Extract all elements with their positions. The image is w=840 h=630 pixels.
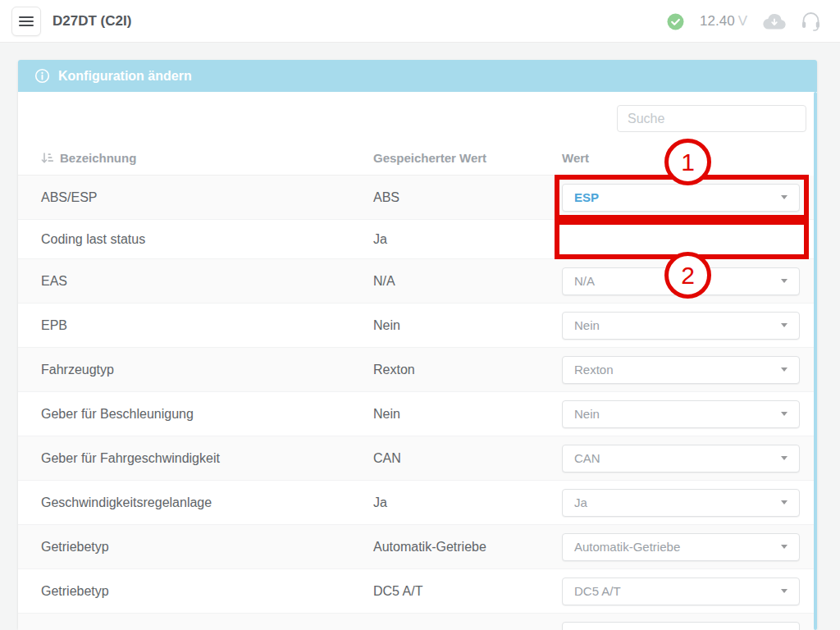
wert-dropdown[interactable]: CAN — [562, 445, 800, 472]
cell-bezeichnung: EPB — [41, 318, 373, 333]
menu-button[interactable] — [11, 7, 41, 36]
chevron-down-icon — [781, 412, 788, 416]
table-row: ABS/ESP ABS ESP — [18, 176, 817, 220]
table-header: Bezeichnung Gespeicherter Wert Wert — [18, 141, 809, 176]
cell-wert: Relais — [562, 622, 800, 630]
cell-bezeichnung: Geber für Fahrgeschwindigkeit — [41, 451, 373, 466]
panel-scrollbar[interactable] — [814, 92, 817, 630]
wert-dropdown[interactable]: Relais — [562, 622, 800, 630]
wert-dropdown[interactable]: Automatik-Getriebe — [562, 533, 800, 561]
cell-wert: Nein — [562, 400, 800, 428]
page-title: D27DT (C2I) — [52, 0, 131, 43]
cell-bezeichnung: Getriebetyp — [41, 584, 373, 599]
table-row: EPB Nein Nein — [18, 304, 817, 348]
chevron-down-icon — [781, 195, 788, 199]
wert-dropdown-value: Automatik-Getriebe — [574, 540, 680, 554]
cell-gespeicherter-wert: ABS — [373, 190, 562, 205]
wert-dropdown[interactable]: Ja — [562, 489, 800, 517]
cell-bezeichnung: Fahrzeugtyp — [41, 363, 373, 377]
table-row: Fahrzeugtyp Rexton Rexton — [18, 348, 817, 392]
chevron-down-icon — [781, 323, 788, 327]
cell-wert: DC5 A/T — [562, 578, 800, 605]
panel-header: Konfiguration ändern — [18, 60, 817, 92]
wert-dropdown-value: Ja — [574, 495, 587, 509]
table-row: Geber für Beschleunigung Nein Nein — [18, 392, 817, 436]
status-ok-icon — [667, 13, 684, 30]
column-gespeicherter-wert: Gespeicherter Wert — [373, 151, 562, 165]
cell-bezeichnung: Coding last status — [41, 232, 373, 247]
cell-wert: Automatik-Getriebe — [562, 533, 800, 561]
wert-dropdown-value: Rexton — [574, 363, 614, 377]
cell-wert: N/A — [562, 267, 800, 295]
wert-dropdown-value: Nein — [574, 318, 600, 332]
sort-icon — [41, 153, 53, 164]
wert-dropdown[interactable]: Rexton — [562, 356, 800, 384]
cell-gespeicherter-wert: Ja — [373, 232, 562, 247]
cell-wert: CAN — [562, 445, 800, 472]
wert-dropdown-value: CAN — [574, 451, 600, 465]
search-input[interactable] — [617, 105, 806, 132]
chevron-down-icon — [781, 368, 788, 372]
cell-wert: ESP — [562, 184, 800, 212]
cloud-download-icon[interactable] — [763, 13, 786, 30]
cell-gespeicherter-wert: Nein — [373, 407, 562, 422]
column-wert: Wert — [562, 151, 809, 165]
cell-gespeicherter-wert: DC5 A/T — [373, 584, 562, 599]
table-row: Getriebetyp DC5 A/T DC5 A/T — [18, 569, 817, 614]
cell-bezeichnung: ABS/ESP — [41, 190, 373, 205]
wert-dropdown[interactable]: Nein — [562, 312, 800, 340]
wert-dropdown[interactable]: Nein — [562, 400, 800, 428]
cell-bezeichnung: Getriebetyp — [41, 540, 373, 555]
table-row: Getriebetyp Automatik-Getriebe Automatik… — [18, 525, 817, 569]
battery-voltage: 12.40V — [700, 13, 747, 30]
wert-dropdown-value: ESP — [574, 190, 599, 204]
cell-gespeicherter-wert: Automatik-Getriebe — [373, 540, 562, 555]
cell-bezeichnung: EAS — [41, 274, 373, 289]
cell-gespeicherter-wert: N/A — [373, 274, 562, 289]
cell-bezeichnung: Geber für Beschleunigung — [41, 407, 373, 422]
cell-gespeicherter-wert: Ja — [373, 495, 562, 510]
configuration-panel: Konfiguration ändern Bezeichnung Gespeic… — [18, 60, 817, 630]
chevron-down-icon — [781, 500, 788, 504]
table-row: Geber für Fahrgeschwindigkeit CAN CAN — [18, 436, 817, 481]
cell-wert: Nein — [562, 312, 800, 340]
chevron-down-icon — [781, 589, 788, 593]
wert-dropdown[interactable]: ESP — [562, 184, 800, 212]
wert-dropdown-value: Nein — [574, 407, 600, 421]
table-row: Coding last status Ja — [18, 220, 817, 259]
table-row: EAS N/A N/A — [18, 259, 817, 304]
column-label: Gespeicherter Wert — [373, 151, 486, 165]
cell-wert: Rexton — [562, 356, 800, 384]
topbar: D27DT (C2I) 12.40V — [0, 0, 840, 43]
column-bezeichnung[interactable]: Bezeichnung — [41, 151, 373, 165]
cell-bezeichnung: Geschwindigkeitsregelanlage — [41, 495, 373, 510]
wert-dropdown-value: N/A — [574, 274, 595, 288]
table-row: Glühkerze Relais Relais — [18, 614, 817, 630]
chevron-down-icon — [781, 279, 788, 283]
cell-gespeicherter-wert: CAN — [373, 451, 562, 466]
chevron-down-icon — [781, 545, 788, 549]
wert-dropdown[interactable]: DC5 A/T — [562, 578, 800, 605]
column-label: Bezeichnung — [60, 151, 136, 165]
headset-icon[interactable] — [801, 11, 820, 31]
cell-wert: Ja — [562, 489, 800, 517]
panel-title: Konfiguration ändern — [58, 69, 192, 84]
cell-gespeicherter-wert: Rexton — [373, 363, 562, 377]
info-circle-icon — [34, 68, 50, 84]
chevron-down-icon — [781, 456, 788, 460]
hamburger-icon — [19, 16, 34, 27]
wert-dropdown-value: DC5 A/T — [574, 584, 621, 598]
table-body: ABS/ESP ABS ESP Coding last status Ja EA… — [18, 176, 817, 630]
column-label: Wert — [562, 151, 589, 165]
table-row: Geschwindigkeitsregelanlage Ja Ja — [18, 481, 817, 525]
wert-dropdown[interactable]: N/A — [562, 267, 800, 295]
cell-gespeicherter-wert: Nein — [373, 318, 562, 333]
